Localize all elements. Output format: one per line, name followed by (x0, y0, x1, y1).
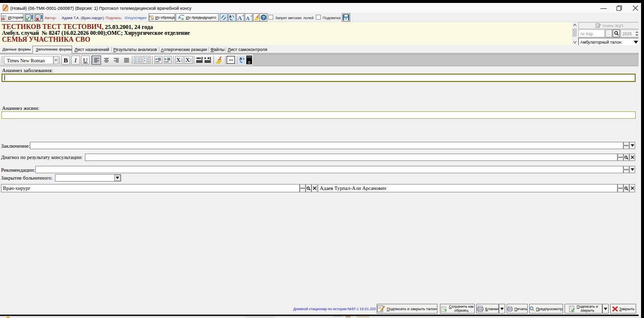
svg-text:А: А (229, 15, 232, 18)
svg-text:?: ? (262, 15, 265, 20)
svg-text:A: A (246, 15, 250, 21)
svg-text:А: А (239, 56, 242, 61)
svg-text:в: в (181, 17, 184, 21)
svg-text:А: А (178, 15, 181, 20)
svg-text:A: A (237, 14, 242, 21)
